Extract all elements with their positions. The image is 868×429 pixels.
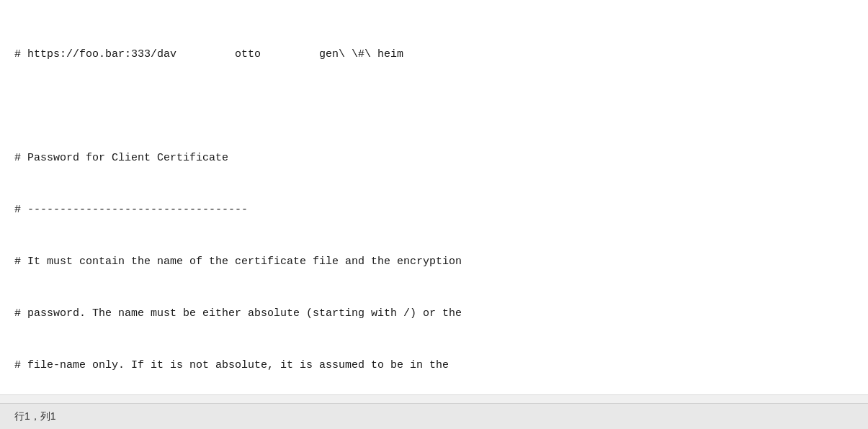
code-line-4: # ---------------------------------- <box>14 202 854 219</box>
code-line-3: # Password for Client Certificate <box>14 150 854 167</box>
code-line-5: # It must contain the name of the certif… <box>14 253 854 271</box>
code-line-2 <box>14 98 854 115</box>
code-editor[interactable]: # https://foo.bar:333/dav otto gen\ \#\ … <box>0 0 868 394</box>
status-bar: 行1，列1 <box>0 403 868 429</box>
horizontal-scrollbar[interactable] <box>0 394 868 403</box>
code-line-1: # https://foo.bar:333/dav otto gen\ \#\ … <box>14 46 854 63</box>
cursor-position: 行1，列1 <box>14 410 56 423</box>
code-line-7: # file-name only. If it is not absolute,… <box>14 357 854 374</box>
code-content: # https://foo.bar:333/dav otto gen\ \#\ … <box>14 12 854 394</box>
code-line-6: # password. The name must be either abso… <box>14 305 854 322</box>
